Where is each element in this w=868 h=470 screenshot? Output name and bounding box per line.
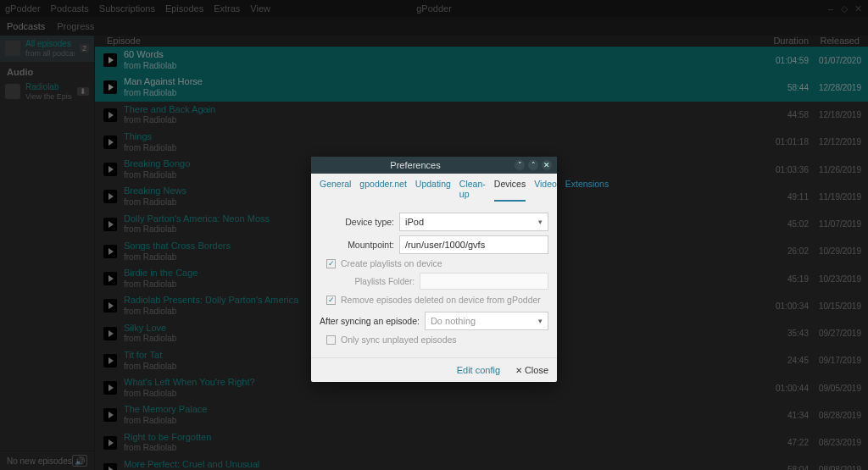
remove-deleted-label: Remove episodes deleted on device from g… bbox=[341, 295, 541, 305]
remove-deleted-checkbox[interactable]: ✓ bbox=[326, 296, 336, 305]
after-sync-label: After syncing an episode: bbox=[320, 316, 420, 326]
only-sync-unplayed-label: Only sync unplayed episodes bbox=[341, 335, 457, 345]
pref-tab-devices[interactable]: Devices bbox=[494, 179, 526, 202]
dialog-title: Preferences bbox=[316, 160, 515, 170]
close-button[interactable]: Close bbox=[515, 365, 548, 375]
pref-tab-general[interactable]: General bbox=[320, 179, 351, 202]
dialog-titlebar: Preferences ˅ ˄ ✕ bbox=[311, 157, 557, 174]
create-playlists-checkbox[interactable]: ✓ bbox=[326, 259, 336, 268]
modal-overlay: Preferences ˅ ˄ ✕ General gpodder.net Up… bbox=[0, 0, 868, 470]
playlists-folder-input[interactable] bbox=[420, 273, 548, 290]
mountpoint-label: Mountpoint: bbox=[320, 240, 394, 250]
edit-config-button[interactable]: Edit config bbox=[457, 365, 500, 375]
device-type-select[interactable]: iPod bbox=[399, 213, 548, 231]
only-sync-unplayed-checkbox[interactable] bbox=[326, 335, 336, 345]
pref-tab-gpoddernet[interactable]: gpodder.net bbox=[359, 179, 406, 202]
pref-tab-video[interactable]: Video bbox=[534, 179, 557, 202]
dialog-expand-icon[interactable]: ˄ bbox=[528, 160, 538, 170]
dialog-rollup-icon[interactable]: ˅ bbox=[515, 160, 525, 170]
create-playlists-label: Create playlists on device bbox=[341, 258, 442, 268]
mountpoint-input[interactable]: /run/user/1000/gvfs bbox=[399, 235, 548, 254]
preferences-dialog: Preferences ˅ ˄ ✕ General gpodder.net Up… bbox=[311, 157, 557, 382]
pref-tab-cleanup[interactable]: Clean-up bbox=[459, 179, 486, 202]
pref-tabs: General gpodder.net Updating Clean-up De… bbox=[311, 174, 557, 203]
device-type-label: Device type: bbox=[320, 217, 394, 227]
pref-tab-updating[interactable]: Updating bbox=[415, 179, 451, 202]
playlists-folder-label: Playlists Folder: bbox=[320, 277, 415, 286]
after-sync-select[interactable]: Do nothing bbox=[425, 312, 548, 330]
pref-tab-extensions[interactable]: Extensions bbox=[565, 179, 609, 202]
dialog-close-icon[interactable]: ✕ bbox=[542, 160, 552, 170]
